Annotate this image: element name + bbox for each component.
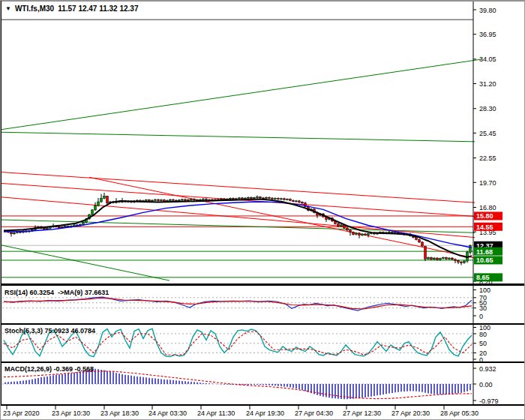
candle-up <box>98 202 100 206</box>
candle-up <box>170 200 172 200</box>
candle-up <box>362 234 364 236</box>
chart-canvas[interactable]: 39.8036.9534.0531.2028.3025.4522.5519.70… <box>1 1 525 420</box>
candle-down <box>422 242 424 246</box>
candle-up <box>448 258 451 259</box>
price-tag-label: 14.55 <box>476 224 494 231</box>
candle-up <box>296 201 298 202</box>
candle-down <box>416 238 418 240</box>
candle-up <box>254 198 256 199</box>
candle-down <box>352 232 355 235</box>
time-label: 27 Apr 04:30 <box>295 410 333 417</box>
rsi-scale-label: 0 <box>479 313 483 320</box>
stoch-scale-label: 50 <box>479 340 487 347</box>
candle-up <box>92 210 94 214</box>
candle-down <box>206 199 208 200</box>
candle-down <box>260 197 262 198</box>
candle-up <box>220 199 223 200</box>
price-tick-label: 39.80 <box>479 7 496 14</box>
candle-up <box>274 198 277 199</box>
candle-down <box>272 198 274 199</box>
candle-down <box>232 198 235 199</box>
candle-down <box>278 198 280 199</box>
candle-up <box>356 233 358 235</box>
time-label: 24 Apr 03:30 <box>148 410 187 417</box>
rsi-scale-label: 30 <box>479 304 487 312</box>
panel-separator <box>1 284 525 286</box>
candle-up <box>286 200 289 200</box>
candle-up <box>14 232 16 233</box>
candle-up <box>146 200 148 201</box>
candle-up <box>166 200 169 201</box>
time-label: 23 Apr 2020 <box>3 410 40 417</box>
candle-up <box>154 200 157 200</box>
panel-separator <box>1 362 525 363</box>
macd-scale-label: -0.979 <box>479 398 499 405</box>
candle-up <box>100 198 103 202</box>
candle-down <box>458 261 460 262</box>
price-tick-label: 28.30 <box>479 105 496 112</box>
candle-down <box>436 258 439 260</box>
price-tag-label: 10.65 <box>476 256 494 264</box>
price-tick-label: 34.05 <box>479 56 496 63</box>
candle-up <box>188 200 190 200</box>
candle-down <box>430 258 433 260</box>
candle-up <box>238 198 241 199</box>
panel-separator <box>1 323 525 325</box>
candle-up <box>178 200 181 201</box>
macd-indicator-label: MACD(12,26,9) -0.369 -0.568 <box>4 365 94 373</box>
symbol-name: WTI.fs,M30 <box>15 4 54 13</box>
candle-down <box>224 199 226 200</box>
candle-up <box>428 258 430 260</box>
candle-up <box>182 200 184 200</box>
candle-down <box>284 199 286 200</box>
candle-down <box>350 230 352 232</box>
candle-down <box>424 246 427 259</box>
candle-up <box>82 223 85 225</box>
candle-down <box>20 232 22 232</box>
panel-separator <box>1 404 525 406</box>
ohlc-values: 11.57 12.47 11.32 12.37 <box>58 4 138 13</box>
candle-down <box>292 200 295 201</box>
price-tag-label: 15.80 <box>476 212 494 220</box>
stoch-scale-label: 0 <box>479 356 483 364</box>
candle-down <box>262 198 265 199</box>
candle-down <box>106 196 109 203</box>
macd-scale-label: 0.00 <box>479 381 493 388</box>
candle-down <box>452 258 454 260</box>
time-label: 28 Apr 05:30 <box>440 410 478 417</box>
chart-window: 39.8036.9534.0531.2028.3025.4522.5519.70… <box>0 0 525 420</box>
candle-down <box>44 228 46 229</box>
candle-up <box>442 258 445 259</box>
candle-up <box>434 258 436 260</box>
macd-scale-label: 0.932 <box>479 365 496 373</box>
candle-up <box>64 226 67 227</box>
candle-up <box>340 225 343 226</box>
candle-up <box>256 197 259 198</box>
price-tick-label: 25.45 <box>479 130 496 137</box>
rsi-scale-label: 100 <box>479 286 490 294</box>
candle-down <box>302 202 304 203</box>
candle-up <box>388 232 391 232</box>
candle-up <box>46 228 49 229</box>
stoch-indicator-label: Stoch(5,3,3) 75.0923 46.0784 <box>4 327 95 334</box>
candle-down <box>164 200 166 202</box>
time-label: 23 Apr 10:30 <box>52 410 90 417</box>
chevron-down-icon[interactable]: ▼ <box>5 6 11 12</box>
candle-down <box>392 232 394 232</box>
time-label: 27 Apr 20:30 <box>392 410 430 417</box>
candle-down <box>418 239 421 242</box>
candle-up <box>190 200 193 200</box>
candle-up <box>104 196 106 199</box>
price-tick-label: 16.80 <box>479 204 496 212</box>
candle-up <box>248 197 250 198</box>
candle-down <box>158 200 160 200</box>
candle-up <box>266 197 268 198</box>
candle-down <box>338 224 340 226</box>
candle-down <box>454 260 457 261</box>
price-tick-label: 19.70 <box>479 179 496 187</box>
candle-down <box>148 200 151 201</box>
time-label: 24 Apr 11:30 <box>197 410 235 417</box>
candle-up <box>94 206 97 210</box>
candle-down <box>346 228 349 230</box>
candle-up <box>230 198 232 199</box>
